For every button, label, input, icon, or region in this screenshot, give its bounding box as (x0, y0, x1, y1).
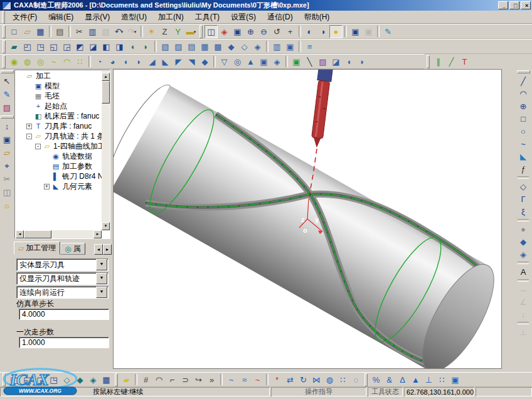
circular-pattern-icon[interactable]: ▩▾ (211, 40, 225, 53)
print-icon[interactable]: ▤▾ (53, 25, 66, 38)
revolve-cut-icon[interactable]: ◪▾ (87, 40, 100, 53)
tree-item-geometry[interactable]: + ◣ 几何元素 (16, 181, 102, 191)
toolbar-grip[interactable] (517, 70, 530, 73)
rib-feature-icon[interactable]: ▤▾ (185, 40, 198, 53)
surface-ruled-icon[interactable]: ◔▾ (93, 55, 106, 68)
tree-vertical-scrollbar[interactable]: ▲ ▼ (102, 71, 110, 230)
curve-grid-icon[interactable]: ∷▾ (73, 55, 87, 68)
chamfer-feature-icon[interactable]: ◗▾ (139, 40, 152, 53)
tree-item-machining-params[interactable]: ▤ 加工参数 (16, 161, 102, 171)
hint-bulb-icon[interactable]: ☼ (1, 199, 14, 212)
solid-box-icon[interactable]: ◰ (8, 373, 21, 386)
array-rect-icon[interactable]: ∷ (336, 373, 349, 386)
tree-expander-icon[interactable]: + (44, 184, 50, 189)
translate-icon[interactable]: ⇄ (284, 373, 297, 386)
rotate-view-icon[interactable]: ↺▾ (270, 25, 284, 38)
pan-view-icon[interactable]: +▾ (284, 25, 297, 38)
tool-display-combo[interactable]: 实体显示刀具 ▼ (16, 258, 109, 271)
undo-icon[interactable]: ↶▾ (112, 25, 125, 38)
zoom-out-icon[interactable]: ⊖▾ (257, 25, 270, 38)
rectangle-icon[interactable]: □ (517, 112, 530, 125)
solid-cylinder-icon[interactable]: ◱ (21, 373, 34, 386)
curve-point-icon[interactable]: ◉▾ (8, 55, 21, 68)
dropdown-arrow-icon[interactable]: ▾ (194, 29, 196, 34)
material-remove-icon[interactable]: ▣▾ (284, 40, 297, 53)
steps-per-run-input[interactable] (19, 337, 109, 348)
sketch-pen-icon[interactable]: ✎ (1, 88, 14, 101)
render-lamp-icon[interactable]: ☀▾ (145, 25, 158, 38)
tree-item-start-point[interactable]: + 起始点 (16, 101, 102, 111)
spline-edit-icon[interactable]: ~ (225, 373, 238, 386)
revolve-boss-icon[interactable]: ◳▾ (34, 40, 47, 53)
toolbar-grip[interactable] (3, 373, 6, 386)
solid-sphere-icon[interactable]: ◳ (47, 373, 60, 386)
patch-surface-icon[interactable]: ◈▾ (270, 55, 284, 68)
spline-icon[interactable]: ~ (517, 137, 530, 150)
dim-linear-icon[interactable]: ↔ (517, 283, 530, 295)
fillet-curve-icon[interactable]: ◠ (152, 373, 166, 386)
new-file-icon[interactable]: □▾ (8, 25, 21, 38)
surface-sew-icon[interactable]: ◆▾ (198, 55, 211, 68)
text-icon[interactable]: A (517, 265, 530, 278)
cut-icon[interactable]: ✂▾ (73, 25, 86, 38)
toolbar-grip[interactable] (427, 55, 430, 68)
trim-curve-icon[interactable]: ⊃ (179, 373, 192, 386)
minimize-button[interactable]: _ (498, 1, 508, 9)
window-copy-icon[interactable]: ▣ (449, 373, 462, 386)
wireframe-display-icon[interactable]: ◐▾ (303, 25, 316, 38)
loft-boss-icon[interactable]: ◲▾ (60, 40, 73, 53)
fillet-feature-icon[interactable]: ◖▾ (126, 40, 139, 53)
chevron-down-icon[interactable]: ▼ (96, 259, 107, 270)
mesh-tool-icon[interactable]: ▲▾ (244, 55, 257, 68)
blend-tool-icon[interactable]: & (383, 373, 396, 386)
loft-cut-icon[interactable]: ◨▾ (113, 40, 126, 53)
surface-boundary-icon[interactable]: ◣▾ (159, 55, 172, 68)
tree-item-machining-root[interactable]: ▱ 加工 (16, 71, 102, 81)
new-window-icon[interactable]: ▣▾ (349, 25, 362, 38)
sweep-cut-icon[interactable]: ◧▾ (100, 40, 113, 53)
chevron-down-icon[interactable]: ▼ (96, 287, 107, 298)
scroll-left-icon[interactable]: ◄ (16, 230, 24, 238)
toolbar-grip[interactable] (1, 70, 14, 73)
datum-icon[interactable]: ⊥ (517, 326, 530, 338)
run-mode-combo[interactable]: 连续向前运行 ▼ (16, 286, 109, 299)
boolean-common-icon[interactable]: ◈▾ (251, 40, 264, 53)
curve-line-icon[interactable]: ◍▾ (21, 55, 34, 68)
revolve-surface-icon[interactable]: ◈ (517, 248, 530, 260)
pick-filter-icon[interactable]: Y▾ (171, 25, 184, 38)
extend-curve-icon[interactable]: ↪ (192, 373, 205, 386)
toolbar-grip[interactable] (3, 40, 6, 53)
toolbar-grip[interactable] (200, 25, 203, 38)
tree-horizontal-scrollbar[interactable]: ◄ ► (16, 230, 102, 238)
tree-item-path-data[interactable]: ◉ 轨迹数据 (16, 151, 102, 161)
ruled-surface-icon[interactable]: ◆ (517, 235, 530, 248)
point-tool-icon[interactable]: ◎▾ (231, 55, 244, 68)
menu-file[interactable]: 文件(F) (7, 11, 43, 24)
simulate-check-icon[interactable]: ∥▾ (432, 55, 445, 68)
close-button[interactable]: × (521, 1, 531, 9)
explode-icon[interactable]: * (270, 373, 284, 386)
tab-machining-manager[interactable]: ▱ 加工管理 (14, 242, 60, 255)
render-image-icon[interactable]: ▨ (1, 101, 14, 114)
polyline-icon[interactable]: Γ (517, 193, 530, 205)
boolean-add-icon[interactable]: ◆▾ (225, 40, 238, 53)
trim-surface-icon[interactable]: ◪▾ (329, 55, 343, 68)
menu-edit[interactable]: 编辑(E) (43, 11, 79, 24)
zoom-window-icon[interactable]: ▣▾ (231, 25, 244, 38)
array-circular-icon[interactable]: ◌ (349, 373, 363, 386)
tree-expander-icon[interactable]: - (26, 134, 32, 139)
viewport[interactable]: z y o (113, 69, 502, 369)
tree-item-mill-tool[interactable]: ▌ 铣刀 D8r4 No:4 R (16, 171, 102, 181)
edit-hand-icon[interactable]: ⌖ (1, 159, 14, 173)
menu-settings[interactable]: 设置(S) (225, 11, 262, 24)
scrollbar-thumb[interactable] (102, 81, 110, 104)
solid-edit-icon[interactable]: ▦ (100, 373, 113, 386)
surface-sweep-icon[interactable]: ◖▾ (119, 55, 132, 68)
menu-modeling[interactable]: 造型(U) (115, 11, 152, 24)
curve-arc-icon[interactable]: ◎▾ (34, 55, 47, 68)
surface-revolve-icon[interactable]: ◕▾ (106, 55, 119, 68)
draft-feature-icon[interactable]: ▨▾ (172, 40, 185, 53)
delta-tool-icon[interactable]: Δ (396, 373, 409, 386)
menu-help[interactable]: 帮助(H) (299, 11, 336, 24)
split-window-icon[interactable]: ◫▾ (205, 25, 218, 38)
